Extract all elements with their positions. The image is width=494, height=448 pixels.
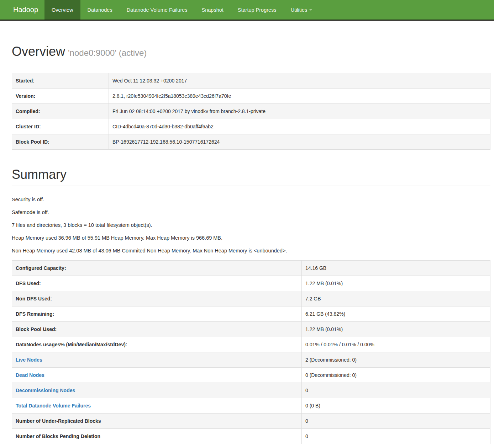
- decommissioning-nodes-link[interactable]: Decommissioning Nodes: [16, 388, 75, 393]
- row-label: DFS Used:: [12, 276, 302, 291]
- table-row: DFS Remaining:6.21 GB (43.82%): [12, 306, 490, 322]
- summary-paragraph: Security is off.: [12, 196, 490, 203]
- nav-tab-label: Datanode Volume Failures: [127, 7, 188, 13]
- row-label: Decommissioning Nodes: [12, 383, 302, 398]
- summary-metrics-table: Configured Capacity:14.16 GBDFS Used:1.2…: [12, 260, 490, 444]
- row-label: Block Pool Used:: [12, 322, 302, 337]
- row-label: Version:: [12, 88, 109, 103]
- nav-tabs: OverviewDatanodesDatanode Volume Failure…: [44, 0, 319, 20]
- row-value: 0: [302, 383, 490, 398]
- row-value: 0.01% / 0.01% / 0.01% / 0.00%: [302, 337, 490, 352]
- main-content: Overview'node0:9000' (active) Started:We…: [12, 44, 490, 444]
- row-label: Compiled:: [12, 103, 109, 119]
- nav-tab-label: Utilities: [291, 7, 308, 13]
- brand-hadoop[interactable]: Hadoop: [0, 0, 44, 20]
- row-value: Wed Oct 11 12:03:32 +0200 2017: [109, 73, 490, 88]
- total-datanode-volume-failures-link[interactable]: Total Datanode Volume Failures: [16, 403, 91, 409]
- row-value: Fri Jun 02 08:14:00 +0200 2017 by vinodk…: [109, 103, 490, 119]
- table-row: Total Datanode Volume Failures0 (0 B): [12, 398, 490, 414]
- summary-paragraph: Heap Memory used 36.96 MB of 55.91 MB He…: [12, 234, 490, 241]
- nav-tab-startup-progress[interactable]: Startup Progress: [231, 0, 284, 20]
- nav-tab-label: Snapshot: [202, 7, 224, 13]
- summary-paragraph: Non Heap Memory used 42.08 MB of 43.06 M…: [12, 247, 490, 254]
- table-row: Version:2.8.1, r20fe5304904fc2f5a18053c3…: [12, 88, 490, 103]
- row-value: CID-4dbcd40a-870d-4d30-b382-db0aff4f6ab2: [109, 119, 490, 134]
- table-row: Decommissioning Nodes0: [12, 383, 490, 398]
- page-title: Overview'node0:9000' (active): [12, 44, 490, 59]
- row-value: 2.8.1, r20fe5304904fc2f5a18053c389e43cd2…: [109, 88, 490, 103]
- row-value: 14.16 GB: [302, 261, 490, 276]
- nav-tab-label: Datanodes: [88, 7, 112, 13]
- overview-info-table: Started:Wed Oct 11 12:03:32 +0200 2017Ve…: [12, 73, 490, 150]
- nav-tab-datanode-volume-failures[interactable]: Datanode Volume Failures: [120, 0, 195, 20]
- caret-down-icon: [309, 9, 312, 11]
- table-row: Number of Blocks Pending Deletion0: [12, 429, 490, 444]
- summary-paragraph: 7 files and directories, 3 blocks = 10 t…: [12, 222, 490, 229]
- row-label: DFS Remaining:: [12, 306, 302, 322]
- row-value: 1.22 MB (0.01%): [302, 322, 490, 337]
- table-row: Dead Nodes0 (Decommissioned: 0): [12, 368, 490, 383]
- summary-header: Summary: [12, 167, 490, 186]
- row-value: 0: [302, 429, 490, 444]
- table-row: Block Pool ID:BP-1692617712-192.168.56.1…: [12, 134, 490, 149]
- summary-status-text: Security is off.Safemode is off.7 files …: [12, 196, 490, 254]
- nav-tab-label: Overview: [52, 7, 73, 13]
- summary-title: Summary: [12, 167, 490, 182]
- summary-paragraph: Safemode is off.: [12, 209, 490, 216]
- row-label: Dead Nodes: [12, 368, 302, 383]
- row-label: Block Pool ID:: [12, 134, 109, 149]
- row-value: 7.2 GB: [302, 291, 490, 306]
- row-label: DataNodes usages% (Min/Median/Max/stdDev…: [12, 337, 302, 352]
- nav-tab-label: Startup Progress: [238, 7, 277, 13]
- row-label: Configured Capacity:: [12, 261, 302, 276]
- table-row: DataNodes usages% (Min/Median/Max/stdDev…: [12, 337, 490, 352]
- nav-tab-overview[interactable]: Overview: [44, 0, 80, 20]
- nav-tab-snapshot[interactable]: Snapshot: [195, 0, 231, 20]
- live-nodes-link[interactable]: Live Nodes: [16, 357, 42, 363]
- row-label: Live Nodes: [12, 352, 302, 368]
- table-row: Cluster ID:CID-4dbcd40a-870d-4d30-b382-d…: [12, 119, 490, 134]
- page-title-text: Overview: [12, 44, 65, 59]
- row-label: Cluster ID:: [12, 119, 109, 134]
- row-label: Non DFS Used:: [12, 291, 302, 306]
- overview-header: Overview'node0:9000' (active): [12, 44, 490, 63]
- row-value: 0: [302, 414, 490, 429]
- page-title-subtitle: 'node0:9000' (active): [68, 48, 147, 58]
- table-row: DFS Used:1.22 MB (0.01%): [12, 276, 490, 291]
- table-row: Live Nodes2 (Decommissioned: 0): [12, 352, 490, 368]
- row-value: 0 (0 B): [302, 398, 490, 414]
- row-value: BP-1692617712-192.168.56.10-150771617262…: [109, 134, 490, 149]
- nav-tab-utilities[interactable]: Utilities: [284, 0, 320, 20]
- row-value: 1.22 MB (0.01%): [302, 276, 490, 291]
- row-label: Started:: [12, 73, 109, 88]
- nav-tab-datanodes[interactable]: Datanodes: [80, 0, 120, 20]
- table-row: Block Pool Used:1.22 MB (0.01%): [12, 322, 490, 337]
- row-value: 2 (Decommissioned: 0): [302, 352, 490, 368]
- table-row: Configured Capacity:14.16 GB: [12, 261, 490, 276]
- row-label: Number of Under-Replicated Blocks: [12, 414, 302, 429]
- table-row: Started:Wed Oct 11 12:03:32 +0200 2017: [12, 73, 490, 88]
- row-label: Total Datanode Volume Failures: [12, 398, 302, 414]
- table-row: Number of Under-Replicated Blocks0: [12, 414, 490, 429]
- top-navbar: Hadoop OverviewDatanodesDatanode Volume …: [0, 0, 494, 21]
- row-label: Number of Blocks Pending Deletion: [12, 429, 302, 444]
- table-row: Compiled:Fri Jun 02 08:14:00 +0200 2017 …: [12, 103, 490, 119]
- table-row: Non DFS Used:7.2 GB: [12, 291, 490, 306]
- row-value: 0 (Decommissioned: 0): [302, 368, 490, 383]
- dead-nodes-link[interactable]: Dead Nodes: [16, 372, 44, 378]
- row-value: 6.21 GB (43.82%): [302, 306, 490, 322]
